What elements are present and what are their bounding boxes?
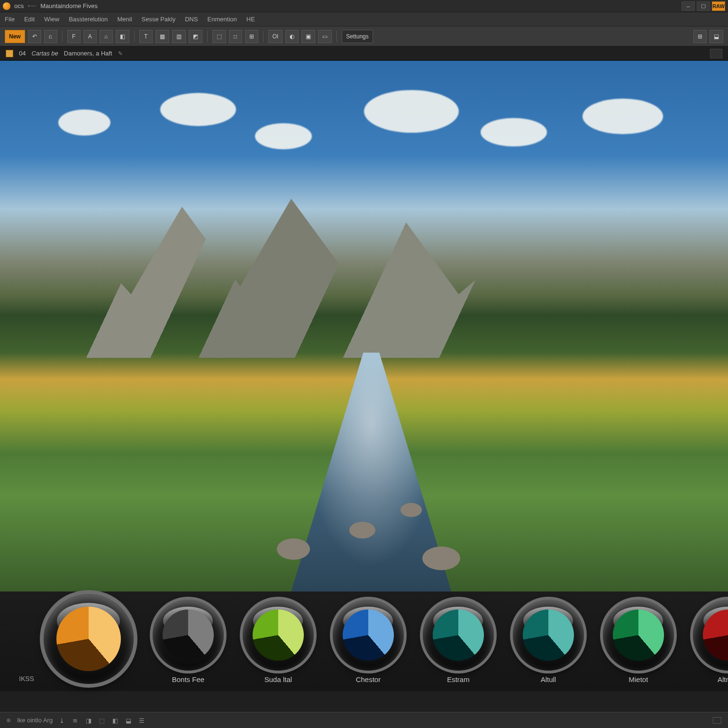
filter-orb-orange[interactable] [44, 594, 134, 684]
minimize-button[interactable]: – [682, 1, 695, 11]
tool-add-grid-icon[interactable]: ⊞ [245, 30, 258, 43]
tool-a[interactable]: A [83, 30, 97, 43]
status-icon-5[interactable]: ◧ [112, 717, 119, 724]
document-title: Mauntaindome Fives [40, 2, 98, 9]
app-logo-icon [3, 2, 10, 10]
edit-icon[interactable]: ✎ [118, 50, 123, 57]
doc-meta: Damoners, a Haft [64, 50, 112, 57]
filter-orb-green[interactable] [243, 600, 314, 671]
filter-blue[interactable]: Chestor [333, 600, 404, 683]
tool-oi[interactable]: OI [268, 30, 283, 43]
menu-file[interactable]: File [5, 16, 15, 23]
rock [277, 538, 310, 560]
filter-orb-teal[interactable] [423, 600, 494, 671]
mountains [0, 199, 728, 358]
status-right-box[interactable] [713, 717, 721, 724]
tool-grid-icon[interactable]: ▦ [155, 30, 169, 43]
doc-thumbnail-icon [6, 50, 13, 57]
settings-button[interactable]: Settungs [342, 30, 373, 43]
filter-label-1: Bonts Fee [172, 675, 204, 683]
status-icon-1[interactable]: ⤓ [59, 717, 66, 724]
tool-half-icon[interactable]: ◩ [189, 30, 202, 43]
status-icon-6[interactable]: ⬓ [126, 717, 132, 724]
filter-orb-red[interactable] [693, 600, 728, 671]
filter-label-5: Altull [541, 675, 556, 683]
tool-rect-icon[interactable]: ⬚ [212, 30, 226, 43]
title-separator: ⟵ [27, 2, 36, 9]
filter-orb-teal-2[interactable] [513, 600, 584, 671]
tool-square-icon[interactable]: □ [229, 30, 242, 43]
tool-split-icon[interactable]: ◧ [116, 30, 129, 43]
document-tab-strip: 04 Cartas be Damoners, a Haft ✎ [0, 46, 728, 61]
menu-raster[interactable]: Bassterelution [69, 16, 108, 23]
status-icon-4[interactable]: ⬚ [99, 717, 106, 724]
new-button[interactable]: New [5, 30, 25, 43]
rock [422, 546, 460, 570]
tool-f[interactable]: F [67, 30, 81, 43]
doc-name[interactable]: Cartas be [31, 50, 58, 57]
app-name: ocs [14, 2, 24, 9]
mode-raw-button[interactable]: RAW [712, 1, 725, 11]
rock [400, 503, 422, 517]
status-icon-7[interactable]: ☰ [139, 717, 146, 724]
filter-red[interactable]: Altracs [693, 600, 728, 683]
status-bar: Ike ointlo Arg ⤓ ≋ ◨ ⬚ ◧ ⬓ ☰ [0, 712, 728, 728]
main-toolbar: New ↶ ⎌ F A ⌂ ◧ T ▦ ▥ ◩ ⬚ □ ⊞ OI ◐ ▣ ▭ S… [0, 27, 728, 46]
title-bar: ocs ⟵ Mauntaindome Fives – ▢ RAW [0, 0, 728, 12]
menu-menil[interactable]: Menil [118, 16, 132, 23]
sky-clouds [0, 82, 728, 220]
tool-text[interactable]: T [139, 30, 153, 43]
filter-label-7: Altracs [718, 675, 728, 683]
doc-id: 04 [19, 50, 26, 57]
filter-label-4: Estram [447, 675, 470, 683]
filter-orb-blue[interactable] [333, 600, 404, 671]
menu-he[interactable]: HE [246, 16, 255, 23]
tool-cols-icon[interactable]: ▥ [172, 30, 186, 43]
status-icon-2[interactable]: ≋ [73, 717, 79, 724]
tool-frame-icon[interactable]: ▣ [301, 30, 315, 43]
filter-strip: IKSS Bonts Fee Suda ltal Chestor Estram … [0, 592, 728, 691]
filter-teal-2[interactable]: Altull [513, 600, 584, 683]
menu-dns[interactable]: DNS [185, 16, 198, 23]
maximize-button[interactable]: ▢ [697, 1, 710, 11]
tool-home-icon[interactable]: ⌂ [100, 30, 113, 43]
toolbar-right-grid-icon[interactable]: ⊞ [693, 30, 707, 43]
filter-emerald[interactable]: Mietot [603, 600, 674, 683]
filter-label-3: Chestor [356, 675, 381, 683]
tool-undo[interactable]: ↶ [28, 30, 41, 43]
menu-view[interactable]: Wiew [44, 16, 59, 23]
status-text: Ike ointlo Arg [17, 717, 53, 724]
tool-redo[interactable]: ⎌ [44, 30, 57, 43]
status-dot-icon [7, 719, 10, 722]
image-canvas[interactable] [0, 61, 728, 592]
rock [349, 522, 375, 538]
canvas-area [0, 61, 728, 592]
filter-orb-grey[interactable] [153, 600, 224, 671]
filter-label-6: Mietot [628, 675, 648, 683]
filter-green[interactable]: Suda ltal [243, 600, 314, 683]
tool-wide-icon[interactable]: ▭ [318, 30, 332, 43]
filter-grey[interactable]: Bonts Fee [153, 600, 224, 683]
status-icon-3[interactable]: ◨ [86, 717, 92, 724]
toolbar-right-panel-icon[interactable]: ⬓ [710, 30, 723, 43]
menu-bar: File Edit Wiew Bassterelution Menil Sess… [0, 12, 728, 27]
filter-teal[interactable]: Estram [423, 600, 494, 683]
filterstrip-caption: IKSS [19, 675, 34, 682]
filter-label-2: Suda ltal [264, 675, 292, 683]
menu-sesse[interactable]: Sesse Pakly [142, 16, 176, 23]
doc-options-button[interactable] [710, 49, 722, 58]
filter-orange[interactable] [44, 594, 134, 689]
menu-edit[interactable]: Edit [24, 16, 35, 23]
menu-enm[interactable]: Enmention [208, 16, 237, 23]
tool-contrast-icon[interactable]: ◐ [285, 30, 299, 43]
filter-orb-emerald[interactable] [603, 600, 674, 671]
